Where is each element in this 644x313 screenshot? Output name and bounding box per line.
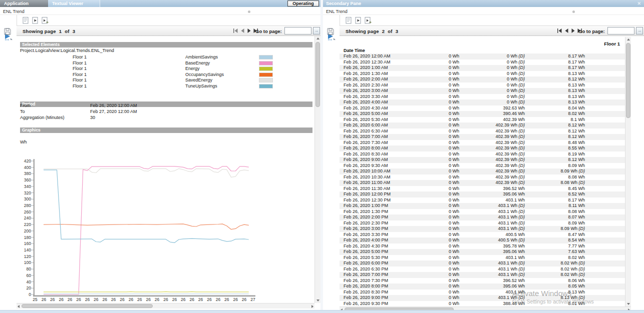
svg-text:26: 26: [129, 297, 134, 302]
table-row: Feb 26, 2020 3:00 AM0 Wh0 Wh (D)8.13 Wh: [340, 88, 625, 94]
cell-value: 395.78 Wh: [459, 244, 525, 250]
svg-text:26: 26: [189, 297, 194, 302]
table-row: Feb 26, 2020 7:00 PM0 Wh403.1 Wh (D)8.02…: [340, 272, 625, 278]
table-row: Feb 26, 2020 1:00 AM0 Wh0 Wh (D)8.17 Wh: [340, 65, 625, 71]
svg-text:26: 26: [207, 297, 212, 302]
table-row: Feb 26, 2020 6:30 AM0 Wh402.39 Wh (D)8.1…: [340, 128, 625, 134]
right-vscroll-thumb[interactable]: [626, 43, 630, 118]
cell-value: 0 Wh: [415, 295, 459, 301]
tab-textual-viewer[interactable]: Textual Viewer: [48, 0, 100, 7]
svg-text:220: 220: [24, 222, 31, 227]
run-report-icon[interactable]: [355, 17, 362, 24]
left-horizontal-scrollbar[interactable]: [17, 303, 314, 308]
left-vscroll-thumb[interactable]: [315, 42, 320, 107]
goto-page-input[interactable]: [607, 27, 634, 34]
drag-handle-dot: [572, 10, 575, 13]
cell-datetime: Feb 26, 2020 5:00 AM: [340, 111, 415, 117]
left-hscroll-thumb[interactable]: [22, 304, 153, 308]
export-report-icon[interactable]: [42, 17, 48, 24]
trend-chart: 0204060801001201401601802002202402602803…: [18, 148, 310, 303]
cell-value: 7.77 Wh: [525, 244, 585, 250]
table-row: Feb 26, 2020 2:30 PM0 Wh403.1 Wh (D)8.09…: [340, 220, 625, 226]
legend-color-swatch: [259, 78, 273, 82]
table-row: Feb 26, 2020 4:30 PM0 Wh395.78 Wh7.77 Wh: [340, 244, 625, 250]
cell-value: 0 Wh (D): [459, 94, 525, 100]
cell-value: 8.12 Wh: [525, 134, 585, 140]
cell-value: 0 Wh: [415, 301, 459, 307]
cell-value: 0 Wh: [415, 140, 459, 146]
table-row: Feb 26, 2020 12:00 PM0 Wh395.06 Wh8.52 W…: [340, 192, 625, 198]
left-vertical-scrollbar[interactable]: [314, 36, 320, 303]
tab-application-viewer[interactable]: Application Viewer: [0, 0, 48, 7]
first-page-button[interactable]: [557, 28, 562, 34]
cell-datetime: Feb 26, 2020 11:30 AM: [340, 186, 415, 192]
goto-page-label: Go to page:: [255, 28, 282, 34]
export-report-icon[interactable]: [365, 17, 371, 24]
cell-datetime: Feb 26, 2020 5:30 PM: [340, 255, 415, 261]
legend-color-swatch: [259, 61, 273, 66]
table-row: Feb 26, 2020 2:00 AM0 Wh0 Wh (D)8.12 Wh: [340, 76, 625, 82]
cell-datetime: Feb 26, 2020 1:30 AM: [340, 71, 415, 77]
cell-value: 8.12 Wh: [525, 122, 585, 128]
goto-page-input[interactable]: [284, 27, 311, 34]
cell-value: 8.55 Wh: [525, 146, 585, 152]
goto-page-button[interactable]: →: [636, 27, 643, 34]
svg-text:26: 26: [242, 297, 247, 302]
cell-datetime: Feb 26, 2020 12:00 AM: [340, 54, 415, 60]
cell-value: 8.09 Wh (D): [525, 168, 585, 174]
table-row: Feb 26, 2020 8:00 PM0 Wh395.06 Wh8.05 Wh: [340, 284, 625, 290]
svg-text:26: 26: [181, 297, 186, 302]
cell-value: 0 Wh: [415, 249, 459, 255]
svg-text:360: 360: [24, 178, 31, 182]
table-group-header: Floor 1: [604, 41, 620, 46]
cell-value: 0 Wh: [415, 174, 459, 180]
cell-value: 0 Wh: [415, 238, 459, 244]
run-report-icon[interactable]: [32, 17, 39, 24]
report-document-icon[interactable]: [346, 17, 352, 24]
cell-datetime: Feb 26, 2020 1:00 AM: [340, 65, 415, 71]
right-vertical-scrollbar[interactable]: [625, 37, 631, 306]
svg-text:26: 26: [198, 297, 203, 302]
legend-color-swatch: [259, 84, 273, 88]
table-row: Feb 26, 2020 8:00 AM0 Wh402.39 Wh (D)8.5…: [340, 146, 625, 152]
next-page-button[interactable]: [570, 28, 576, 34]
cell-datetime: Feb 26, 2020 12:00 PM: [340, 192, 415, 198]
save-icon[interactable]: [4, 28, 11, 35]
cell-value: 8.54 Wh: [525, 238, 585, 244]
operating-button[interactable]: Operating: [287, 0, 319, 6]
previous-page-button[interactable]: [240, 28, 245, 34]
graphics-header: Graphics: [20, 128, 312, 133]
cell-value: 0 Wh: [415, 220, 459, 226]
legend-floor-label: Floor 1: [73, 66, 87, 71]
first-page-button[interactable]: [233, 28, 238, 34]
cell-datetime: Feb 26, 2020 7:00 AM: [340, 134, 415, 140]
previous-page-button[interactable]: [564, 28, 569, 34]
cell-datetime: Feb 26, 2020 6:30 AM: [340, 128, 415, 134]
table-row: Feb 26, 2020 10:30 AM0 Wh402.39 Wh (D)8.…: [340, 174, 625, 180]
left-pager-bar: Showing page1of3 Go to page: →: [17, 26, 320, 36]
legend-floor-label: Floor 1: [73, 72, 87, 77]
svg-text:26: 26: [42, 297, 47, 302]
table-row: Feb 26, 2020 7:00 AM0 Wh402.39 Wh (D)8.1…: [340, 134, 625, 140]
table-row: Feb 26, 2020 1:30 AM0 Wh0 Wh (D)8.13 Wh: [340, 71, 625, 77]
cell-datetime: Feb 26, 2020 3:30 PM: [340, 232, 415, 238]
svg-text:26: 26: [233, 297, 238, 302]
cell-value: 403.1 Wh (D): [459, 226, 525, 232]
svg-text:180: 180: [24, 235, 31, 240]
report-document-icon[interactable]: [23, 17, 29, 24]
table-row: Feb 26, 2020 4:00 PM0 Wh400.5 Wh (D)8.54…: [340, 238, 625, 244]
save-icon[interactable]: [327, 28, 334, 35]
table-row: Feb 26, 2020 4:00 AM0 Wh0 Wh (D)8.13 Wh: [340, 100, 625, 106]
trend-definition-content: Selected Elements Project.LogicalView:Lo…: [17, 36, 314, 303]
left-tabbar: Application Viewer Textual Viewer Operat…: [0, 0, 320, 7]
next-page-button[interactable]: [246, 28, 252, 34]
close-icon[interactable]: ✕: [637, 0, 641, 7]
cell-value: 0 Wh (D): [459, 88, 525, 94]
goto-page-button[interactable]: →: [313, 27, 320, 34]
cell-value: 0 Wh: [415, 226, 459, 232]
svg-text:26: 26: [102, 297, 107, 302]
cell-value: 0 Wh: [415, 65, 459, 71]
cell-value: 8.1 Wh: [525, 117, 585, 123]
cell-value: 8.05 Wh: [525, 284, 585, 290]
cell-datetime: Feb 26, 2020 4:30 AM: [340, 106, 415, 112]
